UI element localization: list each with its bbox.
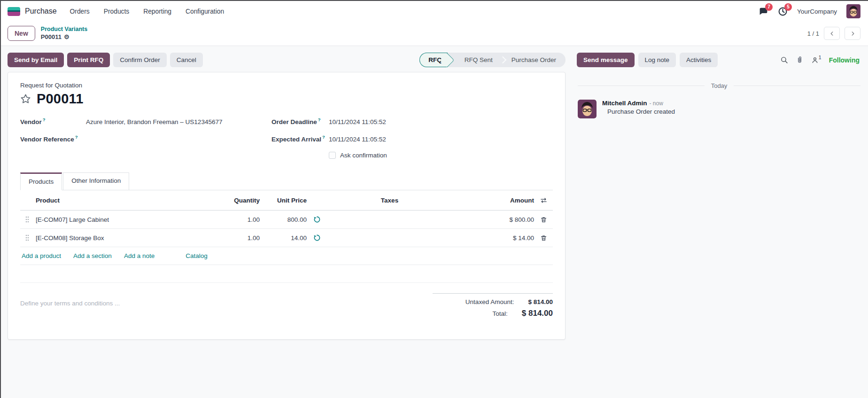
tab-products[interactable]: Products <box>20 172 62 190</box>
followers-count: 1 <box>819 55 822 60</box>
chatter: Today Mitchell Admin - now Purchase Orde… <box>566 72 860 118</box>
cell-unit-price[interactable]: 14.00 <box>260 234 307 242</box>
attachments-paperclip-icon[interactable] <box>796 56 804 64</box>
app-menu: Orders Products Reporting Configuration <box>70 8 225 15</box>
cell-amount: $ 800.00 <box>452 216 534 223</box>
untaxed-amount-label: Untaxed Amount: <box>465 298 514 305</box>
date-divider: Today <box>578 82 860 89</box>
favorite-star-icon[interactable] <box>20 94 31 104</box>
cell-amount: $ 14.00 <box>452 234 534 242</box>
drag-handle-icon[interactable] <box>25 216 29 223</box>
activities-clock-icon[interactable]: 5 <box>778 7 788 16</box>
price-history-icon[interactable] <box>313 234 321 242</box>
col-taxes[interactable]: Taxes <box>327 197 452 204</box>
ask-confirmation-label: Ask confirmation <box>340 152 387 159</box>
add-a-note-link[interactable]: Add a note <box>124 252 155 259</box>
vendor-reference-label: Vendor Reference <box>20 136 74 143</box>
tab-other-information[interactable]: Other Information <box>63 172 129 190</box>
expected-arrival-label: Expected Arrival <box>271 136 321 143</box>
add-a-section-link[interactable]: Add a section <box>73 252 112 259</box>
order-deadline-label: Order Deadline <box>271 118 317 125</box>
activities-button[interactable]: Activities <box>680 53 718 67</box>
order-lines-table: Product Quantity Unit Price Taxes Amount… <box>20 190 553 283</box>
status-step-purchase-order[interactable]: Purchase Order <box>502 53 566 67</box>
cell-quantity[interactable]: 1.00 <box>215 234 260 242</box>
menu-configuration[interactable]: Configuration <box>186 8 224 15</box>
catalog-link[interactable]: Catalog <box>186 252 208 259</box>
drag-handle-icon[interactable] <box>25 234 29 241</box>
pager-next-button[interactable] <box>845 27 860 40</box>
message-author-avatar[interactable] <box>578 100 597 118</box>
total-label: Total: <box>493 310 508 317</box>
cancel-button[interactable]: Cancel <box>170 53 203 67</box>
notebook-tabs: Products Other Information <box>20 172 553 190</box>
send-message-button[interactable]: Send message <box>577 53 635 67</box>
vendor-label: Vendor <box>20 118 42 125</box>
user-avatar[interactable] <box>846 4 860 18</box>
log-note-button[interactable]: Log note <box>638 53 676 67</box>
new-button[interactable]: New <box>8 26 35 41</box>
help-icon: ? <box>75 134 78 140</box>
print-rfq-button[interactable]: Print RFQ <box>67 53 110 67</box>
empty-list-area <box>20 265 553 283</box>
help-icon: ? <box>43 117 46 122</box>
apps-menu-icon[interactable] <box>8 7 20 16</box>
total-value: $ 814.00 <box>522 309 553 318</box>
cell-quantity[interactable]: 1.00 <box>215 216 260 223</box>
cell-unit-price[interactable]: 800.00 <box>260 216 307 223</box>
messages-badge: 7 <box>765 3 773 11</box>
status-step-rfq-sent[interactable]: RFQ Sent <box>455 53 502 67</box>
help-icon: ? <box>318 117 321 122</box>
table-row[interactable]: [E-COM08] Storage Box 1.00 14.00 $ 14.00 <box>20 229 553 247</box>
main-content: Request for Quotation P00011 Vendor? Azu… <box>1 67 868 340</box>
document-type-label: Request for Quotation <box>20 82 553 89</box>
pager: 1 / 1 <box>807 27 860 40</box>
col-product[interactable]: Product <box>34 197 215 204</box>
untaxed-amount-value: $ 814.00 <box>528 298 553 305</box>
send-by-email-button[interactable]: Send by Email <box>8 53 64 67</box>
menu-orders[interactable]: Orders <box>70 8 90 15</box>
status-step-rfq[interactable]: RFQ <box>419 53 448 67</box>
col-amount[interactable]: Amount <box>452 197 534 204</box>
order-deadline-field[interactable]: 10/11/2024 11:05:52 <box>329 118 386 125</box>
help-icon: ? <box>322 134 325 140</box>
ask-confirmation-checkbox[interactable] <box>329 152 336 159</box>
delete-row-icon[interactable] <box>540 234 547 242</box>
confirm-order-button[interactable]: Confirm Order <box>113 53 167 67</box>
table-links-row: Add a product Add a section Add a note C… <box>20 247 553 265</box>
followers-icon[interactable]: 1 <box>811 56 822 64</box>
message-author: Mitchell Admin <box>602 100 647 107</box>
table-row[interactable]: [E-COM07] Large Cabinet 1.00 800.00 $ 80… <box>20 211 553 229</box>
control-panel: Send by Email Print RFQ Confirm Order Ca… <box>1 46 868 67</box>
totals-block: Untaxed Amount: $ 814.00 Total: $ 814.00 <box>433 293 553 321</box>
top-navbar: Purchase Orders Products Reporting Confi… <box>1 1 868 22</box>
add-a-product-link[interactable]: Add a product <box>22 252 61 259</box>
table-header-row: Product Quantity Unit Price Taxes Amount <box>20 190 553 211</box>
col-quantity[interactable]: Quantity <box>215 197 260 204</box>
breadcrumb-parent[interactable]: Product Variants <box>41 26 87 33</box>
search-messages-icon[interactable] <box>780 56 788 64</box>
navbar-systray: 7 5 YourCompany <box>759 4 860 18</box>
pager-count: 1 / 1 <box>807 30 819 37</box>
activities-badge: 5 <box>784 3 792 11</box>
message-body: Purchase Order created <box>602 108 675 115</box>
field-grid: Vendor? Azure Interior, Brandon Freeman … <box>20 117 495 159</box>
menu-products[interactable]: Products <box>104 8 129 15</box>
expected-arrival-field[interactable]: 10/11/2024 11:05:52 <box>329 136 386 143</box>
delete-row-icon[interactable] <box>540 216 547 223</box>
optional-columns-icon[interactable] <box>540 197 547 204</box>
cell-product[interactable]: [E-COM08] Storage Box <box>34 234 215 242</box>
terms-and-conditions-input[interactable]: Define your terms and conditions ... <box>20 293 120 321</box>
following-toggle[interactable]: Following <box>829 56 860 64</box>
menu-reporting[interactable]: Reporting <box>143 8 171 15</box>
col-unit-price[interactable]: Unit Price <box>260 197 307 204</box>
price-history-icon[interactable] <box>313 216 321 223</box>
pager-previous-button[interactable] <box>824 27 840 40</box>
gear-icon[interactable]: ⚙ <box>64 33 70 41</box>
app-name[interactable]: Purchase <box>25 7 57 16</box>
messages-icon[interactable]: 7 <box>759 7 768 16</box>
chatter-message[interactable]: Mitchell Admin - now Purchase Order crea… <box>578 100 860 118</box>
company-switcher[interactable]: YourCompany <box>797 8 837 15</box>
vendor-field[interactable]: Azure Interior, Brandon Freeman – US1234… <box>86 118 222 125</box>
cell-product[interactable]: [E-COM07] Large Cabinet <box>34 216 215 223</box>
